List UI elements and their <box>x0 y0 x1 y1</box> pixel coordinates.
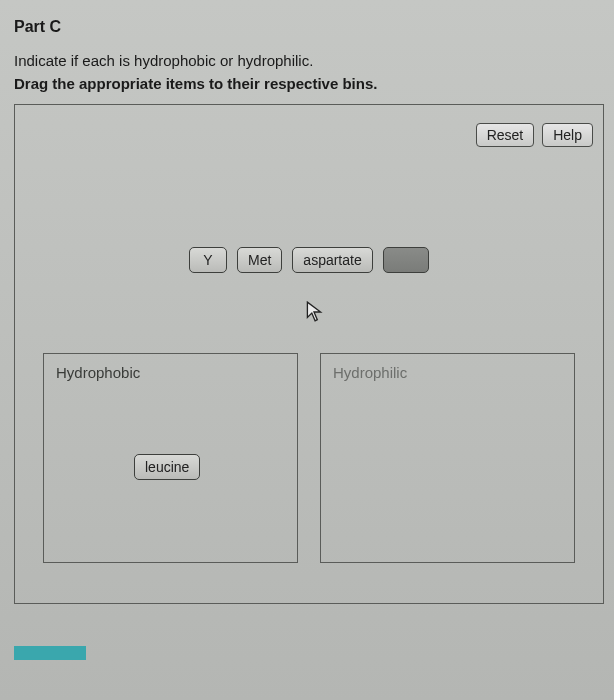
bin-hydrophobic-title: Hydrophobic <box>56 364 140 381</box>
drag-item-blank[interactable] <box>383 247 429 273</box>
drag-item-aspartate[interactable]: aspartate <box>292 247 372 273</box>
bins-container: Hydrophobic leucine Hydrophilic <box>43 353 575 563</box>
workspace-toolbar: Reset Help <box>476 123 593 147</box>
drag-drop-workspace: Reset Help Y Met aspartate Hydrophobic l… <box>14 104 604 604</box>
drag-instruction: Drag the appropriate items to their resp… <box>14 75 604 92</box>
drag-item-met[interactable]: Met <box>237 247 282 273</box>
exercise-page: Part C Indicate if each is hydrophobic o… <box>0 0 614 700</box>
bin-hydrophobic[interactable]: Hydrophobic leucine <box>43 353 298 563</box>
cursor-icon <box>305 301 323 327</box>
part-title: Part C <box>14 18 604 36</box>
draggable-items-row: Y Met aspartate <box>189 247 429 273</box>
help-button[interactable]: Help <box>542 123 593 147</box>
selection-highlight <box>14 646 86 660</box>
bin-hydrophilic-title: Hydrophilic <box>333 364 407 381</box>
question-prompt: Indicate if each is hydrophobic or hydro… <box>14 52 604 69</box>
drag-item-leucine[interactable]: leucine <box>134 454 200 480</box>
bin-hydrophilic[interactable]: Hydrophilic <box>320 353 575 563</box>
drag-item-y[interactable]: Y <box>189 247 227 273</box>
reset-button[interactable]: Reset <box>476 123 535 147</box>
